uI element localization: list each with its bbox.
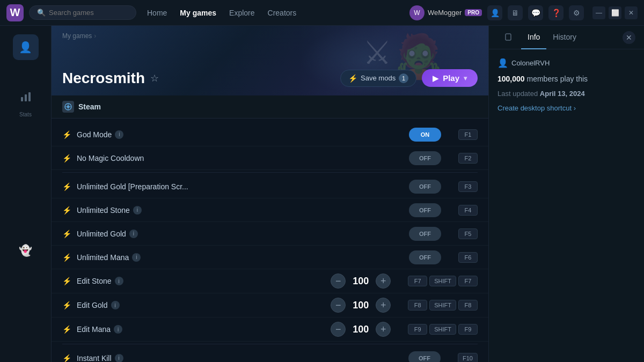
cheat-name-edit-gold: Edit Gold i: [77, 301, 199, 309]
cheat-name-god-mode: God Mode i: [77, 130, 238, 139]
info-badge-unlimited-gold[interactable]: i: [129, 230, 138, 238]
search-input[interactable]: [49, 9, 124, 17]
stepper-edit-stone: − 100 +: [331, 274, 391, 289]
stepper-plus-edit-stone[interactable]: +: [376, 274, 391, 289]
discord-icon[interactable]: 💬: [528, 5, 543, 20]
key-shift-edit-stone: SHIFT: [429, 276, 456, 286]
play-icon: ▶: [433, 74, 438, 83]
tab-history[interactable]: [497, 26, 521, 49]
info-badge-instant-kill[interactable]: i: [115, 354, 123, 363]
nav-creators[interactable]: Creators: [268, 9, 297, 17]
play-button[interactable]: ▶ Play ▾: [422, 69, 478, 87]
info-badge-edit-gold[interactable]: i: [111, 301, 120, 309]
desktop-shortcut-link[interactable]: Create desktop shortcut ›: [497, 104, 635, 112]
cheat-name-instant-kill: Instant Kill i: [77, 354, 237, 363]
breadcrumb-parent[interactable]: My games: [62, 32, 92, 40]
svg-rect-1: [25, 94, 27, 101]
stepper-minus-edit-stone[interactable]: −: [331, 274, 346, 289]
history-tab-label: [504, 32, 515, 41]
panel-close-button[interactable]: ✕: [623, 31, 635, 44]
stepper-plus-edit-gold[interactable]: +: [376, 298, 391, 313]
cheat-separator: [62, 344, 478, 344]
cheat-icon-edit-gold: ⚡: [62, 301, 71, 309]
toggle-unlimited-mana[interactable]: OFF: [409, 250, 441, 264]
toggle-instant-kill[interactable]: OFF: [408, 351, 441, 363]
stepper-minus-edit-gold[interactable]: −: [331, 298, 346, 313]
settings-icon[interactable]: ⚙: [569, 5, 584, 20]
panel-content: 👤 ColonelRVH 100,000 members play this L…: [489, 49, 644, 121]
cheat-row-no-magic-cooldown: ⚡ No Magic Cooldown OFF F2: [52, 146, 488, 170]
info-badge-edit-mana[interactable]: i: [114, 325, 122, 334]
save-mods-button[interactable]: ⚡ Save mods 1: [340, 70, 416, 87]
game-header: 🧟 ⚔ My games › Necrosmith ☆ ⚡ Save mods …: [52, 26, 488, 95]
member-count: 100,000 members play this: [497, 75, 635, 83]
stepper-plus-edit-mana[interactable]: +: [376, 322, 391, 337]
cheat-icon-god-mode: ⚡: [62, 130, 71, 139]
key-unlimited-gold: F5: [458, 228, 478, 239]
toggle-unlimited-gold-prep[interactable]: OFF: [409, 180, 441, 194]
stepper-minus-edit-mana[interactable]: −: [331, 322, 346, 337]
save-mods-icon: ⚡: [348, 74, 357, 83]
maximize-button[interactable]: ⬜: [609, 6, 621, 19]
cheat-row-edit-mana: ⚡ Edit Mana i − 100 + F9 SHIFT F9: [52, 317, 488, 342]
key-primary-edit-gold: F8: [408, 300, 427, 311]
member-count-number: 100,000: [497, 75, 525, 83]
cheat-row-unlimited-gold: ⚡ Unlimited Gold i OFF F5: [52, 222, 488, 246]
cheat-icon-instant-kill: ⚡: [62, 354, 71, 363]
cheats-list: ⚡ God Mode i ON F1 ⚡ No Magic Cooldown O…: [52, 119, 488, 362]
nav-home[interactable]: Home: [147, 9, 167, 17]
stats-label: Stats: [19, 112, 32, 117]
tab-info[interactable]: Info: [521, 26, 546, 49]
play-dropdown-icon[interactable]: ▾: [464, 75, 467, 82]
close-button[interactable]: ✕: [625, 6, 638, 19]
toggle-god-mode[interactable]: ON: [409, 128, 441, 142]
help-icon[interactable]: ❓: [548, 5, 564, 20]
main-nav: Home My games Explore Creators: [147, 9, 296, 17]
monitor-icon[interactable]: 🖥: [508, 5, 523, 20]
sidebar-item-user[interactable]: 👤: [13, 34, 39, 60]
key-instant-kill: F10: [458, 353, 478, 363]
pro-badge: PRO: [465, 9, 482, 16]
avatar: W: [409, 5, 425, 20]
cheat-name-edit-stone: Edit Stone i: [77, 277, 199, 285]
sidebar-item-ghost[interactable]: 👻: [13, 238, 39, 263]
tab-history-text[interactable]: History: [546, 26, 583, 49]
toggle-unlimited-gold[interactable]: OFF: [409, 227, 441, 241]
key-shift-edit-gold: SHIFT: [429, 300, 456, 311]
sidebar-item-stats[interactable]: [13, 84, 39, 109]
key-unlimited-stone: F4: [458, 205, 478, 216]
stepper-edit-mana: − 100 +: [331, 322, 391, 337]
cheat-name-no-magic-cooldown: No Magic Cooldown: [77, 154, 238, 162]
cheat-row-unlimited-gold-prep: ⚡ Unlimited Gold [Preparation Scr... OFF…: [52, 175, 488, 198]
stepper-value-edit-mana: 100: [350, 324, 371, 335]
profile-icon[interactable]: 👤: [487, 5, 502, 20]
app-logo: W: [6, 4, 24, 21]
toggle-unlimited-stone[interactable]: OFF: [409, 203, 441, 217]
svg-rect-7: [506, 34, 511, 40]
stepper-value-edit-stone: 100: [350, 276, 371, 287]
info-badge-unlimited-stone[interactable]: i: [133, 206, 142, 215]
nav-explore[interactable]: Explore: [229, 9, 254, 17]
save-mods-label: Save mods: [361, 74, 396, 82]
key-group-edit-gold: F8 SHIFT F8: [408, 300, 478, 311]
toggle-no-magic-cooldown[interactable]: OFF: [409, 151, 441, 165]
game-title-row: Necrosmith ☆: [62, 70, 159, 87]
cheat-icon-unlimited-stone: ⚡: [62, 206, 71, 215]
info-badge-edit-stone[interactable]: i: [115, 277, 123, 285]
key-unlimited-mana: F6: [458, 252, 478, 263]
info-badge-god-mode[interactable]: i: [115, 130, 123, 139]
cheat-icon-unlimited-mana: ⚡: [62, 253, 71, 262]
key-shift-f-edit-stone: F7: [458, 276, 478, 286]
minimize-button[interactable]: —: [592, 6, 605, 19]
key-primary-edit-mana: F9: [408, 324, 427, 335]
cheat-row-edit-gold: ⚡ Edit Gold i − 100 + F8 SHIFT F8: [52, 293, 488, 317]
platform-name: Steam: [78, 102, 101, 111]
cheat-name-edit-mana: Edit Mana i: [77, 325, 199, 334]
key-god-mode: F1: [458, 129, 478, 140]
game-title: Necrosmith: [62, 70, 145, 87]
info-badge-unlimited-mana[interactable]: i: [132, 253, 141, 262]
nav-my-games[interactable]: My games: [180, 9, 216, 17]
star-icon[interactable]: ☆: [150, 72, 159, 84]
main-content: 👤 Stats 👻 🧟 ⚔: [0, 26, 644, 362]
search-box[interactable]: 🔍: [29, 5, 136, 20]
